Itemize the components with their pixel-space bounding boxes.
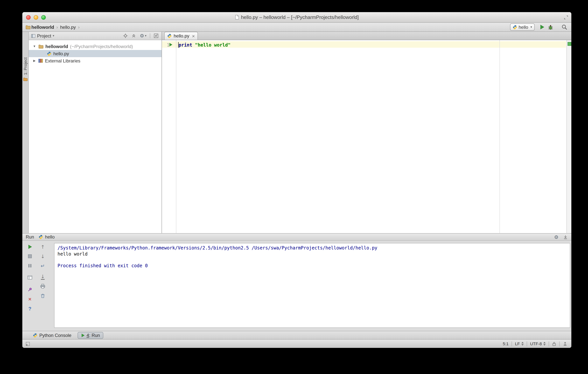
encoding-value: UTF-8	[530, 342, 542, 346]
scroll-to-end-button[interactable]: ↓	[40, 274, 46, 280]
collapse-all-icon[interactable]	[131, 33, 136, 38]
restore-layout-button[interactable]	[27, 274, 33, 280]
tree-libs-name: External Libraries	[45, 58, 80, 64]
libraries-icon	[38, 58, 43, 63]
scroll-to-end-icon: ↓	[41, 274, 45, 279]
close-tab-button[interactable]: ×	[27, 296, 33, 302]
run-button[interactable]	[540, 25, 545, 30]
updown-chevron-icon	[543, 342, 546, 346]
project-panel-toolbar: ⚙ ▾	[123, 33, 158, 38]
caret-position-value: 5:1	[503, 342, 509, 346]
fullscreen-icon[interactable]	[564, 15, 568, 20]
search-icon[interactable]	[562, 24, 567, 30]
code-line-1[interactable]: print "hello world"	[178, 43, 231, 48]
python-file-icon	[47, 51, 52, 56]
caret-position-widget[interactable]: 5:1	[500, 342, 512, 346]
run-line-marker-icon[interactable]	[169, 43, 173, 47]
chevron-down-icon: ▾	[145, 34, 147, 37]
run-console-output[interactable]: /System/Library/Frameworks/Python.framew…	[54, 243, 570, 328]
project-stripe-button[interactable]: 1: Project	[23, 57, 28, 75]
stop-button[interactable]	[27, 253, 33, 259]
gear-icon[interactable]: ⚙	[554, 235, 558, 239]
hide-panel-icon[interactable]	[563, 235, 568, 239]
project-panel-title: Project	[37, 33, 51, 38]
tree-collapsed-icon[interactable]: ▶	[32, 59, 36, 63]
tree-row-project-root[interactable]: ▼ helloworld (~/PycharmProjects/hellowor…	[29, 43, 162, 50]
editor-zone: hello.py × 1 print "hello world"	[162, 32, 571, 233]
pause-output-button[interactable]	[27, 263, 33, 269]
project-root-path: (~/PycharmProjects/helloworld)	[70, 44, 133, 49]
updown-chevron-icon	[521, 342, 524, 346]
run-tab-label: : Run	[89, 332, 100, 338]
print-button[interactable]	[40, 283, 46, 289]
run-configuration-name: hello	[519, 24, 528, 30]
tree-row-external-libraries[interactable]: ▶ External Libraries	[29, 57, 162, 64]
chevron-down-icon: ▾	[53, 34, 54, 37]
desktop: hello.py – helloworld – [~/PycharmProjec…	[0, 0, 588, 374]
debug-bug-icon[interactable]	[548, 24, 553, 30]
folder-icon	[25, 25, 31, 29]
hide-panel-icon[interactable]	[154, 33, 158, 38]
run-panel-config: hello	[39, 234, 55, 240]
python-icon	[33, 333, 37, 337]
locate-icon[interactable]	[123, 33, 128, 38]
close-window-button[interactable]	[26, 15, 31, 20]
down-stack-trace-button[interactable]: ↓	[40, 253, 46, 259]
breadcrumb-file[interactable]: hello.py	[60, 24, 76, 30]
project-tool-window-icon[interactable]	[23, 77, 28, 81]
run-panel-header: Run hello ⚙	[22, 233, 571, 241]
project-root-name: helloworld	[45, 44, 68, 49]
breadcrumb-project[interactable]: helloworld	[32, 24, 54, 30]
chevron-right-icon: ›	[78, 24, 80, 30]
chevron-right-icon: ›	[56, 24, 58, 30]
project-tree: ▼ helloworld (~/PycharmProjects/hellowor…	[29, 40, 162, 64]
soft-wrap-button[interactable]: ↵	[40, 263, 46, 269]
project-panel-header: Project ▾ ⚙ ▾	[29, 32, 162, 40]
tool-window-stripe: 1: Project	[22, 32, 29, 233]
python-console-button[interactable]: Python Console	[33, 332, 71, 338]
up-stack-trace-button[interactable]: ↑	[40, 244, 46, 250]
settings-menu-button[interactable]: ⚙ ▾	[140, 33, 147, 38]
navbar-right-actions: hello ▾	[510, 23, 568, 31]
run-tool-window-button[interactable]: 4: Run	[77, 332, 103, 339]
pycharm-window: hello.py – helloworld – [~/PycharmProjec…	[22, 12, 571, 348]
minimize-window-button[interactable]	[34, 15, 38, 20]
zoom-window-button[interactable]	[41, 15, 46, 20]
status-bar: 5:1 LF UTF-8	[22, 339, 571, 348]
python-file-icon	[167, 34, 172, 38]
inspection-status-indicator[interactable]	[567, 42, 571, 46]
clear-all-button[interactable]	[40, 293, 46, 299]
code-keyword: print	[178, 43, 192, 48]
highlighting-level-widget[interactable]	[560, 341, 568, 346]
title-bar[interactable]: hello.py – helloworld – [~/PycharmProjec…	[22, 12, 571, 23]
divider	[150, 33, 150, 38]
run-tab-number: 4	[86, 332, 89, 338]
readonly-lock-widget[interactable]	[549, 341, 559, 346]
toolwindow-grip-icon[interactable]	[25, 341, 30, 346]
inspector-icon	[563, 341, 567, 346]
python-icon	[39, 235, 43, 239]
rerun-button[interactable]	[27, 244, 33, 250]
python-console-label: Python Console	[39, 332, 71, 338]
code-string: "hello world"	[192, 43, 231, 48]
gear-icon: ⚙	[140, 33, 144, 38]
run-icon	[81, 333, 84, 337]
run-panel-body: × ? ↑ ↓ ↵ ↓	[22, 241, 571, 331]
encoding-widget[interactable]: UTF-8	[527, 342, 549, 346]
window-title-area: hello.py – helloworld – [~/PycharmProjec…	[235, 14, 359, 20]
chevron-down-icon: ▾	[530, 25, 532, 29]
run-configuration-select[interactable]: hello ▾	[510, 23, 535, 31]
project-view-select[interactable]: Project ▾	[31, 33, 54, 38]
line-separator-widget[interactable]: LF	[512, 342, 527, 346]
line-number: 1	[162, 43, 169, 48]
tab-hello-py[interactable]: hello.py ×	[164, 32, 198, 40]
code-editor[interactable]: 1 print "hello world"	[162, 40, 571, 233]
help-button[interactable]: ?	[27, 306, 33, 311]
pin-tab-button[interactable]	[27, 287, 33, 293]
tree-row-hello-py[interactable]: hello.py	[29, 50, 162, 57]
close-tab-icon[interactable]: ×	[192, 33, 195, 38]
navigation-bar: helloworld › hello.py › hello ▾	[22, 23, 571, 32]
panel-icon	[31, 33, 36, 38]
gutter-divider	[176, 40, 176, 233]
tree-expanded-icon[interactable]: ▼	[32, 45, 36, 48]
